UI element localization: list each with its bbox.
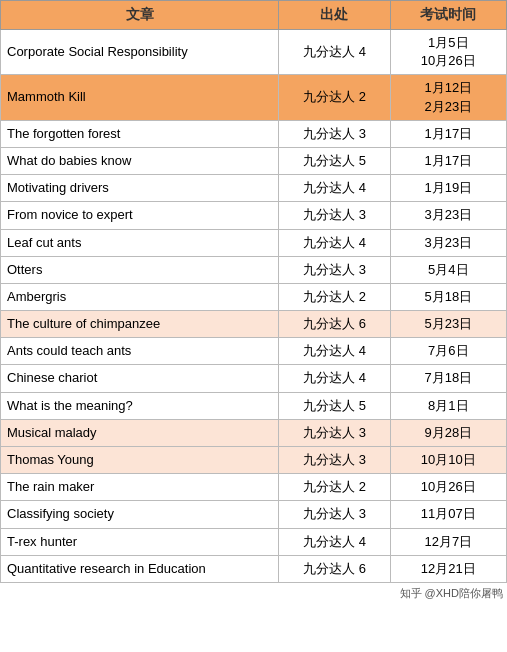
table-row: The forgotten forest九分达人 31月17日 (1, 120, 507, 147)
table-row: Otters九分达人 35月4日 (1, 256, 507, 283)
table-row: Classifying society九分达人 311月07日 (1, 501, 507, 528)
header-article: 文章 (1, 1, 279, 30)
cell-article: Motivating drivers (1, 175, 279, 202)
cell-source: 九分达人 4 (279, 229, 390, 256)
cell-date: 5月4日 (390, 256, 506, 283)
cell-date: 5月23日 (390, 311, 506, 338)
cell-date: 11月07日 (390, 501, 506, 528)
table-row: Thomas Young九分达人 310月10日 (1, 447, 507, 474)
table-row: From novice to expert九分达人 33月23日 (1, 202, 507, 229)
table-row: Mammoth Kill九分达人 21月12日 2月23日 (1, 75, 507, 120)
cell-article: What do babies know (1, 147, 279, 174)
cell-source: 九分达人 2 (279, 474, 390, 501)
cell-source: 九分达人 3 (279, 202, 390, 229)
cell-source: 九分达人 3 (279, 120, 390, 147)
cell-date: 1月17日 (390, 120, 506, 147)
table-row: What do babies know九分达人 51月17日 (1, 147, 507, 174)
table-row: What is the meaning?九分达人 58月1日 (1, 392, 507, 419)
cell-source: 九分达人 4 (279, 528, 390, 555)
footer-note: 知乎 @XHD陪你屠鸭 (0, 583, 507, 604)
table-row: Corporate Social Responsibility九分达人 41月5… (1, 30, 507, 75)
cell-article: Musical malady (1, 419, 279, 446)
cell-article: The forgotten forest (1, 120, 279, 147)
cell-date: 5月18日 (390, 283, 506, 310)
cell-source: 九分达人 6 (279, 555, 390, 582)
cell-date: 3月23日 (390, 202, 506, 229)
cell-source: 九分达人 5 (279, 147, 390, 174)
table-row: The culture of chimpanzee九分达人 65月23日 (1, 311, 507, 338)
cell-source: 九分达人 3 (279, 256, 390, 283)
cell-source: 九分达人 4 (279, 365, 390, 392)
cell-article: Classifying society (1, 501, 279, 528)
table-row: Motivating drivers九分达人 41月19日 (1, 175, 507, 202)
cell-date: 8月1日 (390, 392, 506, 419)
cell-date: 1月19日 (390, 175, 506, 202)
cell-article: The culture of chimpanzee (1, 311, 279, 338)
cell-article: Chinese chariot (1, 365, 279, 392)
cell-article: Ambergris (1, 283, 279, 310)
cell-source: 九分达人 6 (279, 311, 390, 338)
cell-date: 7月18日 (390, 365, 506, 392)
cell-date: 1月12日 2月23日 (390, 75, 506, 120)
cell-source: 九分达人 2 (279, 75, 390, 120)
cell-article: T-rex hunter (1, 528, 279, 555)
table-row: Ambergris九分达人 25月18日 (1, 283, 507, 310)
cell-article: Thomas Young (1, 447, 279, 474)
cell-source: 九分达人 3 (279, 501, 390, 528)
cell-source: 九分达人 3 (279, 419, 390, 446)
cell-source: 九分达人 4 (279, 175, 390, 202)
cell-source: 九分达人 4 (279, 30, 390, 75)
header-source: 出处 (279, 1, 390, 30)
cell-date: 7月6日 (390, 338, 506, 365)
cell-article: Otters (1, 256, 279, 283)
cell-article: Leaf cut ants (1, 229, 279, 256)
cell-source: 九分达人 2 (279, 283, 390, 310)
table-row: Quantitative research in Education九分达人 6… (1, 555, 507, 582)
cell-date: 1月5日 10月26日 (390, 30, 506, 75)
table-row: Chinese chariot九分达人 47月18日 (1, 365, 507, 392)
table-row: Ants could teach ants九分达人 47月6日 (1, 338, 507, 365)
cell-date: 3月23日 (390, 229, 506, 256)
table-row: The rain maker九分达人 210月26日 (1, 474, 507, 501)
cell-date: 1月17日 (390, 147, 506, 174)
cell-date: 10月26日 (390, 474, 506, 501)
cell-article: From novice to expert (1, 202, 279, 229)
header-date: 考试时间 (390, 1, 506, 30)
cell-source: 九分达人 3 (279, 447, 390, 474)
cell-article: Quantitative research in Education (1, 555, 279, 582)
table-row: T-rex hunter九分达人 412月7日 (1, 528, 507, 555)
cell-date: 12月21日 (390, 555, 506, 582)
cell-article: Corporate Social Responsibility (1, 30, 279, 75)
table-row: Leaf cut ants九分达人 43月23日 (1, 229, 507, 256)
cell-article: What is the meaning? (1, 392, 279, 419)
cell-date: 12月7日 (390, 528, 506, 555)
cell-article: Mammoth Kill (1, 75, 279, 120)
cell-date: 10月10日 (390, 447, 506, 474)
cell-article: Ants could teach ants (1, 338, 279, 365)
cell-source: 九分达人 4 (279, 338, 390, 365)
table-row: Musical malady九分达人 39月28日 (1, 419, 507, 446)
cell-date: 9月28日 (390, 419, 506, 446)
cell-article: The rain maker (1, 474, 279, 501)
cell-source: 九分达人 5 (279, 392, 390, 419)
